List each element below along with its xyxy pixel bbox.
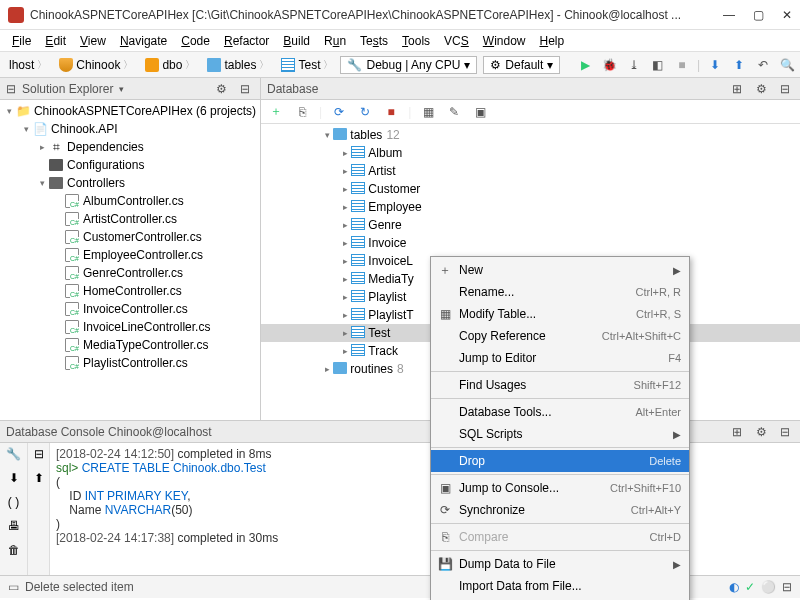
vcs-update-button[interactable]: ⬇	[706, 56, 724, 74]
menu-item-new[interactable]: ＋New▶	[431, 259, 689, 281]
menu-item-rename-[interactable]: Rename...Ctrl+R, R	[431, 281, 689, 303]
menu-build[interactable]: Build	[277, 32, 316, 50]
panel-settings-icon[interactable]: ⚙	[212, 80, 230, 98]
menu-item-compare: ⎘CompareCtrl+D	[431, 526, 689, 548]
run-profile-selector[interactable]: ⚙ Default ▾	[483, 56, 560, 74]
menu-navigate[interactable]: Navigate	[114, 32, 173, 50]
controller-file[interactable]: CustomerController.cs	[0, 228, 260, 246]
crumb-tables[interactable]: tables〉	[202, 56, 274, 74]
crumb-host[interactable]: lhost〉	[4, 56, 52, 74]
controller-file[interactable]: InvoiceController.cs	[0, 300, 260, 318]
collapse-output-icon[interactable]: ⊟	[34, 447, 44, 461]
db-panel-options-icon[interactable]: ⊞	[728, 80, 746, 98]
minimize-button[interactable]: —	[723, 8, 735, 22]
menu-help[interactable]: Help	[533, 32, 570, 50]
menu-view[interactable]: View	[74, 32, 112, 50]
configurations-node[interactable]: Configurations	[0, 156, 260, 174]
menu-vcs[interactable]: VCS	[438, 32, 475, 50]
crumb-db[interactable]: Chinook〉	[54, 56, 138, 74]
table-row[interactable]: ▸ Album	[261, 144, 800, 162]
attach-button[interactable]: ⤓	[625, 56, 643, 74]
menubar: File Edit View Navigate Code Refactor Bu…	[0, 30, 800, 52]
close-button[interactable]: ✕	[782, 8, 792, 22]
controller-file[interactable]: GenreController.cs	[0, 264, 260, 282]
menu-item-find-usages[interactable]: Find UsagesShift+F12	[431, 374, 689, 396]
menu-item-modify-table-[interactable]: ▦Modify Table...Ctrl+R, S	[431, 303, 689, 325]
panel-hide-icon[interactable]: ⊟	[236, 80, 254, 98]
console-settings-icon[interactable]: ⚙	[752, 423, 770, 441]
db-panel-settings-icon[interactable]: ⚙	[752, 80, 770, 98]
table-row[interactable]: ▸ Customer	[261, 180, 800, 198]
table-row[interactable]: ▸ Invoice	[261, 234, 800, 252]
tables-folder[interactable]: ▾ tables12	[261, 126, 800, 144]
menu-item-drop[interactable]: DropDelete	[431, 450, 689, 472]
debug-button[interactable]: 🐞	[601, 56, 619, 74]
db-edit-icon[interactable]: ✎	[445, 103, 463, 121]
menu-tests[interactable]: Tests	[354, 32, 394, 50]
db-console-icon[interactable]: ▣	[471, 103, 489, 121]
table-row[interactable]: ▸ Employee	[261, 198, 800, 216]
wrench-icon[interactable]: 🔧	[6, 447, 21, 461]
menu-item-database-tools-[interactable]: Database Tools...Alt+Enter	[431, 401, 689, 423]
controller-file[interactable]: InvoiceLineController.cs	[0, 318, 260, 336]
maximize-button[interactable]: ▢	[753, 8, 764, 22]
menu-item-synchronize[interactable]: ⟳SynchronizeCtrl+Alt+Y	[431, 499, 689, 521]
menu-item-import-data-from-file-[interactable]: Import Data from File...	[431, 575, 689, 597]
menu-code[interactable]: Code	[175, 32, 216, 50]
controller-file[interactable]: ArtistController.cs	[0, 210, 260, 228]
controller-file[interactable]: EmployeeController.cs	[0, 246, 260, 264]
menu-refactor[interactable]: Refactor	[218, 32, 275, 50]
controller-file[interactable]: HomeController.cs	[0, 282, 260, 300]
controller-file[interactable]: AlbumController.cs	[0, 192, 260, 210]
crumb-table[interactable]: Test〉	[276, 56, 338, 74]
export-icon[interactable]: ⬆	[34, 471, 44, 485]
vcs-commit-button[interactable]: ⬆	[730, 56, 748, 74]
controllers-node[interactable]: ▾Controllers	[0, 174, 260, 192]
print-icon[interactable]: 🖶	[8, 519, 20, 533]
controller-file[interactable]: PlaylistController.cs	[0, 354, 260, 372]
status-indicator-1[interactable]: ◐	[729, 580, 739, 594]
status-icon: ▭	[8, 580, 19, 594]
db-add-icon[interactable]: ＋	[267, 103, 285, 121]
console-options-icon[interactable]: ⊞	[728, 423, 746, 441]
solution-tree[interactable]: ▾📁ChinookASPNETCoreAPIHex (6 projects) ▾…	[0, 100, 260, 420]
dependencies-node[interactable]: ▸⌗Dependencies	[0, 138, 260, 156]
status-indicator-3[interactable]: ⚪	[761, 580, 776, 594]
db-data-icon[interactable]: ▦	[419, 103, 437, 121]
db-stop-icon[interactable]: ■	[382, 103, 400, 121]
build-config-selector[interactable]: 🔧 Debug | Any CPU ▾	[340, 56, 477, 74]
search-button[interactable]: 🔍	[778, 56, 796, 74]
db-refresh-icon[interactable]: ⟳	[330, 103, 348, 121]
vcs-history-button[interactable]: ↶	[754, 56, 772, 74]
project-node[interactable]: ▾📄Chinook.API	[0, 120, 260, 138]
menu-file[interactable]: File	[6, 32, 37, 50]
solution-root[interactable]: ▾📁ChinookASPNETCoreAPIHex (6 projects)	[0, 102, 260, 120]
trash-icon[interactable]: 🗑	[8, 543, 20, 557]
db-panel-hide-icon[interactable]: ⊟	[776, 80, 794, 98]
menu-item-jump-to-console-[interactable]: ▣Jump to Console...Ctrl+Shift+F10	[431, 477, 689, 499]
db-sync-icon[interactable]: ↻	[356, 103, 374, 121]
status-indicator-4[interactable]: ⊟	[782, 580, 792, 594]
menu-run[interactable]: Run	[318, 32, 352, 50]
brackets-icon[interactable]: ( )	[8, 495, 19, 509]
console-hide-icon[interactable]: ⊟	[776, 423, 794, 441]
menu-item-copy-reference[interactable]: Copy ReferenceCtrl+Alt+Shift+C	[431, 325, 689, 347]
table-row[interactable]: ▸ Artist	[261, 162, 800, 180]
menu-window[interactable]: Window	[477, 32, 532, 50]
status-indicator-2[interactable]: ✓	[745, 580, 755, 594]
stop-button[interactable]: ■	[673, 56, 691, 74]
menu-item-sql-scripts[interactable]: SQL Scripts▶	[431, 423, 689, 445]
solution-panel-header: ⊟ Solution Explorer ▾ ⚙ ⊟	[0, 78, 260, 100]
menu-item-jump-to-editor[interactable]: Jump to EditorF4	[431, 347, 689, 369]
menu-item-dump-data-to-file[interactable]: 💾Dump Data to File▶	[431, 553, 689, 575]
coverage-button[interactable]: ◧	[649, 56, 667, 74]
controller-file[interactable]: MediaTypeController.cs	[0, 336, 260, 354]
download-icon[interactable]: ⬇	[9, 471, 19, 485]
menu-edit[interactable]: Edit	[39, 32, 72, 50]
menu-tools[interactable]: Tools	[396, 32, 436, 50]
db-duplicate-icon[interactable]: ⎘	[293, 103, 311, 121]
table-row[interactable]: ▸ Genre	[261, 216, 800, 234]
crumb-schema[interactable]: dbo〉	[140, 56, 200, 74]
collapse-icon[interactable]: ⊟	[6, 82, 16, 96]
run-button[interactable]: ▶	[577, 56, 595, 74]
